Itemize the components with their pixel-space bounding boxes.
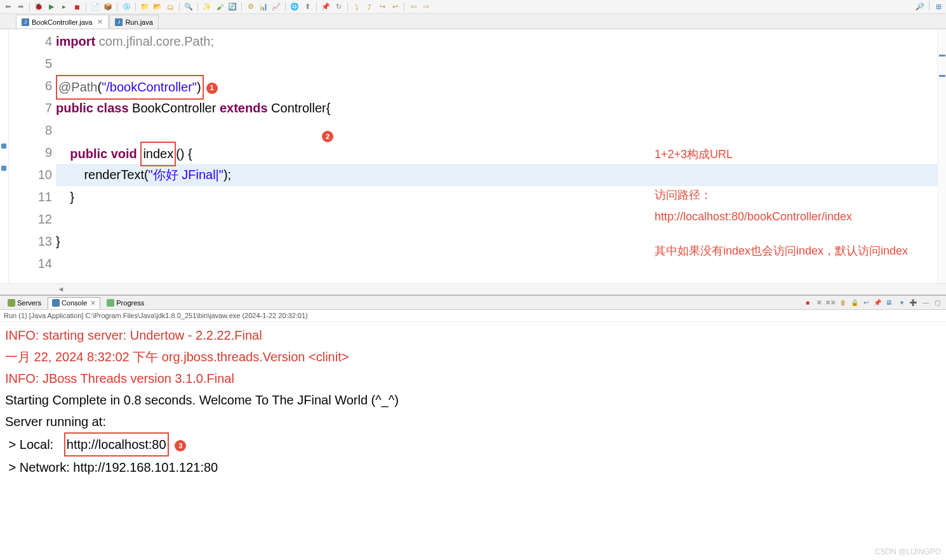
main-toolbar: ⬅ ➡ 🐞 ▶ ▸ ⏹ 📄 📦 Ⓢ 📁 📂 🗂 🔍 ✨ 🖌 🔄 ⚙ 📊 📈 🌐 … [0, 0, 946, 14]
index-method-box: index [140, 142, 176, 166]
folder1-icon[interactable]: 📁 [140, 2, 150, 12]
clear-icon[interactable]: 🗑 [838, 298, 848, 308]
tool2-icon[interactable]: 📊 [258, 2, 269, 12]
bottom-panel: Servers Console ✕ Progress ■ ✖ ✖✖ 🗑 🔒 ↩ … [0, 295, 946, 560]
tab-bookcontroller[interactable]: J BookController.java ✕ [16, 15, 109, 29]
tab-console[interactable]: Console ✕ [48, 297, 100, 309]
close-icon[interactable]: ✕ [90, 299, 96, 307]
refresh-icon[interactable]: ↻ [333, 2, 343, 12]
overview-ruler [937, 29, 946, 283]
max-icon[interactable]: ▢ [932, 298, 942, 308]
pin-icon[interactable]: 📌 [321, 2, 331, 12]
progress-icon [107, 299, 114, 307]
console-output[interactable]: INFO: starting server: Undertow - 2.2.22… [0, 322, 946, 560]
code-token: } [56, 234, 60, 248]
code-token: import [56, 34, 95, 48]
nav-back-icon[interactable]: ⬅ [3, 2, 13, 12]
badge-3: 3 [175, 440, 186, 451]
sync-icon[interactable]: 🔄 [227, 2, 237, 12]
console-line: INFO: JBoss Threads version 3.1.0.Final [5, 368, 941, 389]
wrap-icon[interactable]: ↩ [861, 298, 871, 308]
badge-1: 1 [206, 83, 218, 94]
console-line: > Network: http://192.168.101.121:80 [5, 457, 941, 478]
servers-icon [8, 299, 15, 307]
perspective-icon[interactable]: ⊞ [933, 1, 943, 11]
new-console-icon[interactable]: ➕ [908, 298, 918, 308]
badge-2: 2 [322, 131, 333, 142]
open-console-icon[interactable]: ▾ [896, 298, 907, 308]
nav-fwd-icon[interactable]: ➡ [15, 2, 25, 12]
debug-icon[interactable]: 🐞 [34, 2, 44, 12]
console-toolbar: ■ ✖ ✖✖ 🗑 🔒 ↩ 📌 🖥 ▾ ➕ — ▢ [803, 298, 942, 308]
skype-icon[interactable]: Ⓢ [121, 2, 131, 12]
console-icon [52, 299, 60, 307]
code-token: BookController [129, 101, 220, 115]
code-token: com.jfinal.core.Path; [95, 34, 214, 48]
code-token: public [70, 147, 110, 161]
close-icon[interactable]: ✕ [97, 18, 103, 26]
tab-label: Servers [17, 299, 41, 307]
path-annotation-box: @Path("/bookController") [56, 75, 204, 100]
tab-servers[interactable]: Servers [4, 298, 45, 308]
step1-icon[interactable]: ⤵ [352, 2, 362, 12]
quickaccess-icon[interactable]: 🔎 [915, 1, 925, 11]
code-token: @Path [58, 80, 97, 94]
terminate-icon[interactable]: ■ [803, 298, 813, 308]
line-gutter: 456 789 101112 1314 [9, 29, 56, 283]
wand-icon[interactable]: ✨ [202, 2, 212, 12]
remove-icon[interactable]: ✖ [814, 298, 824, 308]
runconf-icon[interactable]: ▸ [59, 2, 69, 12]
tool3-icon[interactable]: 📈 [271, 2, 281, 12]
scrolllock-icon[interactable]: 🔒 [849, 298, 860, 308]
code-token: renderText( [84, 168, 148, 182]
java-file-icon: J [115, 18, 123, 26]
step3-icon[interactable]: ↪ [377, 2, 387, 12]
code-token: () { [176, 147, 192, 161]
search-icon[interactable]: 🔍 [183, 2, 194, 12]
display-icon[interactable]: 🖥 [884, 298, 894, 308]
console-line: INFO: starting server: Undertow - 2.2.22… [5, 324, 941, 346]
code-token: public [56, 101, 97, 115]
min-icon[interactable]: — [921, 298, 931, 308]
run-info-bar: Run (1) [Java Application] C:\Program Fi… [0, 310, 946, 322]
stop-icon[interactable]: ⏹ [72, 2, 82, 12]
editor-hscroll[interactable] [0, 283, 946, 295]
step4-icon[interactable]: ↩ [390, 2, 400, 12]
tab-label: Console [62, 299, 87, 307]
newpkg-icon[interactable]: 📦 [103, 2, 113, 12]
run-icon[interactable]: ▶ [46, 2, 57, 12]
tool1-icon[interactable]: ⚙ [246, 2, 256, 12]
console-line: Starting Complete in 0.8 seconds. Welcom… [5, 389, 941, 411]
note-line: 1+2+3构成URL [655, 143, 908, 165]
pin-console-icon[interactable]: 📌 [872, 298, 883, 308]
folder2-icon[interactable]: 📂 [152, 2, 163, 12]
brush-icon[interactable]: 🖌 [215, 2, 225, 12]
globe-icon[interactable]: 🌐 [290, 2, 300, 12]
note-line: http://localhost:80/bookController/index [655, 206, 908, 227]
code-body[interactable]: import com.jfinal.core.Path; @Path("/boo… [56, 29, 946, 283]
annotation-notes: 1+2+3构成URL 访问路径： http://localhost:80/boo… [655, 143, 908, 262]
marker-ruler [0, 29, 9, 283]
editor-tabs: J BookController.java ✕ J Run.java [0, 14, 946, 29]
tool4-icon[interactable]: ⬆ [302, 2, 312, 12]
code-token: void [111, 147, 137, 161]
note-line: 其中如果没有index也会访问index，默认访问index [655, 240, 908, 262]
tab-progress[interactable]: Progress [103, 298, 148, 308]
new-icon[interactable]: 📄 [90, 2, 100, 12]
folder3-icon[interactable]: 🗂 [165, 2, 175, 12]
console-line: Server running at: [5, 411, 941, 432]
code-token: class [97, 101, 128, 115]
tab-label: Progress [116, 299, 144, 307]
tab-run[interactable]: J Run.java [109, 15, 158, 29]
prev-icon[interactable]: ⇦ [408, 2, 418, 12]
code-token: ); [223, 168, 231, 182]
code-token: index [143, 147, 173, 161]
next-icon[interactable]: ⇨ [421, 2, 431, 12]
tab-label: Run.java [125, 18, 152, 26]
removeall-icon[interactable]: ✖✖ [825, 298, 836, 308]
note-line: 访问路径： [655, 184, 908, 206]
code-token: extends [220, 101, 268, 115]
code-editor[interactable]: 456 789 101112 1314 import com.jfinal.co… [0, 29, 946, 283]
java-file-icon: J [22, 18, 29, 26]
step2-icon[interactable]: ⤴ [364, 2, 375, 12]
